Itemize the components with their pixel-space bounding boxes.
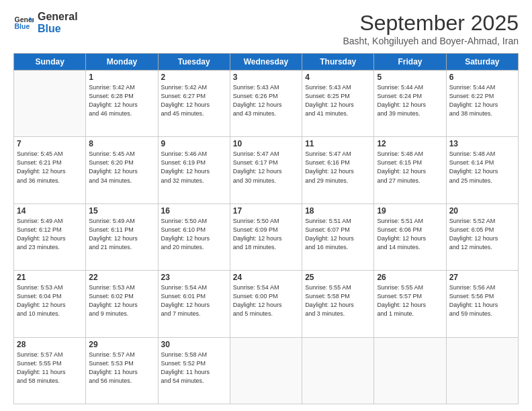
day-number: 18	[305, 206, 371, 216]
day-number: 11	[305, 139, 371, 148]
day-number: 21	[17, 273, 83, 282]
calendar-cell: 23Sunrise: 5:54 AM Sunset: 6:01 PM Dayli…	[158, 271, 230, 337]
calendar-cell: 16Sunrise: 5:50 AM Sunset: 6:10 PM Dayli…	[158, 203, 230, 270]
day-number: 28	[17, 340, 83, 349]
day-info: Sunrise: 5:48 AM Sunset: 6:15 PM Dayligh…	[377, 150, 443, 185]
calendar-cell: 19Sunrise: 5:51 AM Sunset: 6:06 PM Dayli…	[374, 203, 446, 270]
calendar-cell	[446, 337, 518, 404]
month-title: September 2025	[343, 11, 519, 36]
day-number: 7	[17, 139, 83, 148]
day-info: Sunrise: 5:43 AM Sunset: 6:26 PM Dayligh…	[233, 83, 299, 118]
calendar-cell: 15Sunrise: 5:49 AM Sunset: 6:11 PM Dayli…	[86, 203, 158, 270]
day-number: 8	[89, 139, 154, 148]
title-block: September 2025 Basht, Kohgiluyeh and Boy…	[343, 11, 519, 46]
calendar-cell: 5Sunrise: 5:44 AM Sunset: 6:24 PM Daylig…	[374, 71, 446, 137]
calendar-cell: 8Sunrise: 5:45 AM Sunset: 6:20 PM Daylig…	[86, 137, 158, 203]
calendar-week-1: 1Sunrise: 5:42 AM Sunset: 6:28 PM Daylig…	[14, 71, 519, 137]
day-number: 20	[449, 206, 515, 216]
day-number: 22	[89, 273, 154, 282]
day-number: 29	[89, 340, 154, 349]
calendar-cell	[230, 337, 302, 404]
calendar-cell: 25Sunrise: 5:55 AM Sunset: 5:58 PM Dayli…	[302, 271, 374, 337]
day-info: Sunrise: 5:54 AM Sunset: 6:01 PM Dayligh…	[161, 283, 227, 318]
logo-general: General	[38, 11, 78, 23]
calendar-header-friday: Friday	[374, 54, 446, 71]
calendar-cell: 4Sunrise: 5:43 AM Sunset: 6:25 PM Daylig…	[302, 71, 374, 137]
calendar-cell: 18Sunrise: 5:51 AM Sunset: 6:07 PM Dayli…	[302, 203, 374, 270]
calendar-header-row: SundayMondayTuesdayWednesdayThursdayFrid…	[14, 54, 519, 71]
logo-blue: Blue	[38, 23, 78, 35]
day-info: Sunrise: 5:54 AM Sunset: 6:00 PM Dayligh…	[233, 283, 299, 318]
calendar-cell: 27Sunrise: 5:56 AM Sunset: 5:56 PM Dayli…	[446, 271, 518, 337]
calendar-header-tuesday: Tuesday	[158, 54, 230, 71]
day-info: Sunrise: 5:44 AM Sunset: 6:24 PM Dayligh…	[377, 83, 443, 118]
day-info: Sunrise: 5:43 AM Sunset: 6:25 PM Dayligh…	[305, 83, 371, 118]
calendar-cell: 22Sunrise: 5:53 AM Sunset: 6:02 PM Dayli…	[86, 271, 158, 337]
day-info: Sunrise: 5:55 AM Sunset: 5:58 PM Dayligh…	[305, 283, 371, 318]
svg-text:Blue: Blue	[15, 22, 30, 30]
day-info: Sunrise: 5:47 AM Sunset: 6:17 PM Dayligh…	[233, 150, 299, 185]
calendar-cell: 26Sunrise: 5:55 AM Sunset: 5:57 PM Dayli…	[374, 271, 446, 337]
calendar-cell: 12Sunrise: 5:48 AM Sunset: 6:15 PM Dayli…	[374, 137, 446, 203]
calendar-cell: 30Sunrise: 5:58 AM Sunset: 5:52 PM Dayli…	[158, 337, 230, 404]
day-number: 2	[161, 73, 227, 82]
calendar-header-wednesday: Wednesday	[230, 54, 302, 71]
day-info: Sunrise: 5:51 AM Sunset: 6:06 PM Dayligh…	[377, 217, 443, 252]
day-info: Sunrise: 5:55 AM Sunset: 5:57 PM Dayligh…	[377, 283, 443, 318]
day-info: Sunrise: 5:45 AM Sunset: 6:20 PM Dayligh…	[89, 150, 154, 185]
header: General Blue General Blue September 2025…	[13, 11, 519, 46]
day-info: Sunrise: 5:42 AM Sunset: 6:27 PM Dayligh…	[161, 83, 227, 118]
day-info: Sunrise: 5:53 AM Sunset: 6:04 PM Dayligh…	[17, 283, 83, 318]
calendar-cell: 9Sunrise: 5:46 AM Sunset: 6:19 PM Daylig…	[158, 137, 230, 203]
calendar-cell: 17Sunrise: 5:50 AM Sunset: 6:09 PM Dayli…	[230, 203, 302, 270]
day-number: 26	[377, 273, 443, 282]
day-number: 19	[377, 206, 443, 216]
calendar-cell: 10Sunrise: 5:47 AM Sunset: 6:17 PM Dayli…	[230, 137, 302, 203]
calendar-week-5: 28Sunrise: 5:57 AM Sunset: 5:55 PM Dayli…	[14, 337, 519, 404]
calendar-cell: 1Sunrise: 5:42 AM Sunset: 6:28 PM Daylig…	[86, 71, 158, 137]
day-number: 24	[233, 273, 299, 282]
day-number: 5	[377, 73, 443, 82]
day-number: 10	[233, 139, 299, 148]
day-info: Sunrise: 5:52 AM Sunset: 6:05 PM Dayligh…	[449, 217, 515, 252]
day-info: Sunrise: 5:49 AM Sunset: 6:11 PM Dayligh…	[89, 217, 154, 252]
calendar-cell	[14, 71, 86, 137]
day-info: Sunrise: 5:58 AM Sunset: 5:52 PM Dayligh…	[161, 351, 227, 385]
day-number: 15	[89, 206, 154, 216]
day-number: 12	[377, 139, 443, 148]
calendar-week-2: 7Sunrise: 5:45 AM Sunset: 6:21 PM Daylig…	[14, 137, 519, 203]
calendar-cell: 7Sunrise: 5:45 AM Sunset: 6:21 PM Daylig…	[14, 137, 86, 203]
day-number: 17	[233, 206, 299, 216]
subtitle: Basht, Kohgiluyeh and Boyer-Ahmad, Iran	[343, 36, 519, 46]
calendar-header-monday: Monday	[86, 54, 158, 71]
calendar-cell: 28Sunrise: 5:57 AM Sunset: 5:55 PM Dayli…	[14, 337, 86, 404]
day-info: Sunrise: 5:44 AM Sunset: 6:22 PM Dayligh…	[449, 83, 515, 118]
day-info: Sunrise: 5:45 AM Sunset: 6:21 PM Dayligh…	[17, 150, 83, 185]
day-info: Sunrise: 5:51 AM Sunset: 6:07 PM Dayligh…	[305, 217, 371, 252]
calendar-cell: 14Sunrise: 5:49 AM Sunset: 6:12 PM Dayli…	[14, 203, 86, 270]
day-info: Sunrise: 5:50 AM Sunset: 6:10 PM Dayligh…	[161, 217, 227, 252]
page: General Blue General Blue September 2025…	[0, 0, 532, 411]
calendar-table: SundayMondayTuesdayWednesdayThursdayFrid…	[13, 53, 519, 404]
day-number: 30	[161, 340, 227, 349]
day-number: 6	[449, 73, 515, 82]
day-info: Sunrise: 5:53 AM Sunset: 6:02 PM Dayligh…	[89, 283, 154, 318]
day-number: 13	[449, 139, 515, 148]
logo-icon: General Blue	[13, 13, 34, 33]
day-info: Sunrise: 5:49 AM Sunset: 6:12 PM Dayligh…	[17, 217, 83, 252]
day-info: Sunrise: 5:48 AM Sunset: 6:14 PM Dayligh…	[449, 150, 515, 185]
calendar-cell: 29Sunrise: 5:57 AM Sunset: 5:53 PM Dayli…	[86, 337, 158, 404]
day-info: Sunrise: 5:46 AM Sunset: 6:19 PM Dayligh…	[161, 150, 227, 185]
calendar-header-thursday: Thursday	[302, 54, 374, 71]
calendar-header-sunday: Sunday	[14, 54, 86, 71]
day-number: 27	[449, 273, 515, 282]
calendar-cell: 20Sunrise: 5:52 AM Sunset: 6:05 PM Dayli…	[446, 203, 518, 270]
calendar-cell: 11Sunrise: 5:47 AM Sunset: 6:16 PM Dayli…	[302, 137, 374, 203]
logo: General Blue General Blue	[13, 11, 78, 34]
calendar-cell	[374, 337, 446, 404]
calendar-cell: 21Sunrise: 5:53 AM Sunset: 6:04 PM Dayli…	[14, 271, 86, 337]
day-number: 9	[161, 139, 227, 148]
day-number: 23	[161, 273, 227, 282]
day-number: 16	[161, 206, 227, 216]
calendar-cell: 3Sunrise: 5:43 AM Sunset: 6:26 PM Daylig…	[230, 71, 302, 137]
